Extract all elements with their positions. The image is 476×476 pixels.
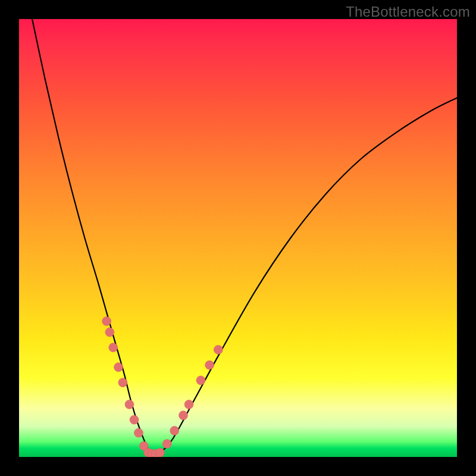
data-marker	[155, 448, 164, 457]
data-marker	[130, 415, 139, 424]
plot-area	[19, 19, 457, 457]
data-marker	[102, 317, 111, 325]
data-marker	[134, 428, 143, 437]
data-marker	[214, 345, 223, 354]
data-marker	[118, 378, 127, 387]
data-marker	[105, 328, 114, 337]
data-marker	[162, 439, 171, 448]
watermark-text: TheBottleneck.com	[346, 4, 470, 20]
data-marker	[170, 426, 179, 435]
data-marker	[184, 400, 193, 409]
data-marker	[114, 363, 123, 372]
data-markers	[102, 317, 223, 457]
data-marker	[196, 376, 205, 385]
data-marker	[109, 343, 118, 352]
data-marker	[125, 400, 134, 409]
data-marker	[179, 411, 188, 420]
chart-frame: TheBottleneck.com	[0, 0, 476, 476]
curve-path	[32, 19, 457, 454]
bottleneck-curve	[19, 19, 457, 457]
data-marker	[205, 361, 214, 369]
